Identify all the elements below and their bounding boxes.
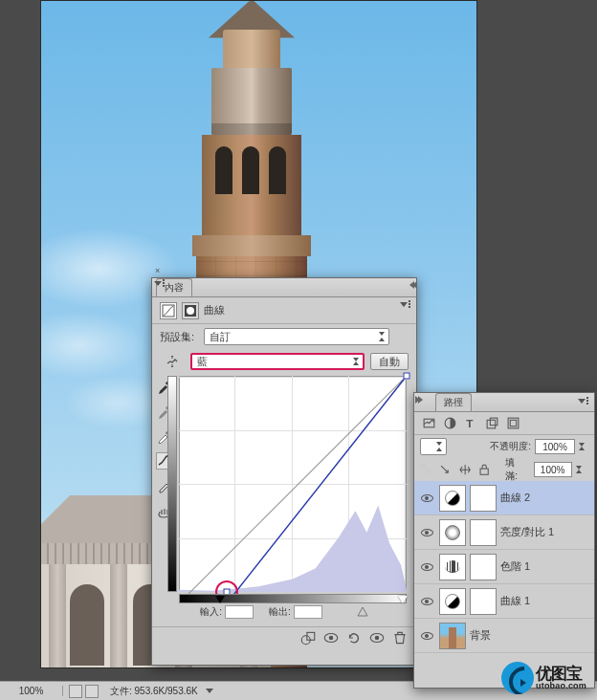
layer-name[interactable]: 色階 1 bbox=[500, 559, 530, 574]
adjustment-title: 曲線 bbox=[204, 303, 225, 317]
svg-rect-22 bbox=[420, 464, 426, 470]
doc-info-menu[interactable] bbox=[206, 689, 213, 693]
layer-name[interactable]: 曲線 1 bbox=[500, 594, 530, 608]
svg-point-12 bbox=[329, 635, 334, 640]
svg-text:T: T bbox=[466, 417, 474, 429]
clip-to-layer-icon[interactable] bbox=[299, 630, 317, 645]
preset-menu-icon[interactable] bbox=[395, 331, 409, 342]
input-gradient bbox=[179, 594, 407, 603]
opacity-label: 不透明度: bbox=[490, 440, 531, 453]
visibility-icon[interactable] bbox=[421, 529, 433, 536]
visibility-icon[interactable] bbox=[421, 494, 433, 502]
white-point-slider[interactable] bbox=[398, 596, 408, 603]
svg-rect-24 bbox=[480, 469, 488, 474]
panel-collapse-icon[interactable] bbox=[418, 396, 423, 404]
black-point-slider[interactable] bbox=[215, 596, 225, 603]
sb-icon-2[interactable] bbox=[85, 685, 99, 698]
visibility-icon[interactable] bbox=[421, 632, 433, 640]
collapse-icon[interactable] bbox=[409, 281, 414, 289]
output-value[interactable] bbox=[294, 605, 322, 619]
layer-row[interactable]: 曲線 2 bbox=[414, 481, 594, 515]
layer-thumb-brightness[interactable] bbox=[439, 519, 466, 546]
filter-pixel-icon[interactable] bbox=[422, 416, 436, 430]
toggle-visibility-icon[interactable] bbox=[368, 630, 386, 645]
lock-position-icon[interactable] bbox=[459, 464, 471, 476]
output-gradient bbox=[167, 376, 177, 592]
layer-thumb-curves[interactable] bbox=[439, 485, 466, 512]
filter-type-icon[interactable]: T bbox=[464, 416, 478, 430]
fill-input[interactable]: 100% bbox=[534, 462, 572, 477]
lock-pixels-icon[interactable] bbox=[439, 464, 451, 476]
svg-rect-19 bbox=[490, 418, 498, 426]
watermark-en: utobao.com bbox=[536, 682, 586, 690]
layer-row[interactable]: 背景 bbox=[414, 619, 594, 653]
curves-graph[interactable] bbox=[179, 376, 407, 592]
properties-panel: × 內容 曲線 預設集: 自訂 藍 自動 bbox=[151, 277, 417, 666]
paths-tab[interactable]: 路徑 bbox=[435, 393, 472, 411]
adjustment-icon[interactable] bbox=[160, 302, 177, 319]
layer-row[interactable]: 亮度/對比 1 bbox=[414, 515, 594, 550]
layer-mask-thumb[interactable] bbox=[470, 519, 497, 546]
fill-label: 填滿: bbox=[505, 456, 526, 483]
svg-rect-23 bbox=[426, 470, 431, 475]
zoom-level[interactable]: 100% bbox=[0, 686, 63, 696]
curve-point-highlight[interactable] bbox=[404, 373, 410, 380]
input-value[interactable] bbox=[225, 605, 254, 619]
lock-transparency-icon[interactable] bbox=[420, 464, 431, 476]
output-label: 輸出: bbox=[269, 605, 291, 619]
layers-menu-icon[interactable] bbox=[576, 396, 591, 407]
layer-thumb-levels[interactable] bbox=[439, 554, 466, 580]
warning-icon bbox=[357, 606, 368, 618]
layer-mask-thumb[interactable] bbox=[470, 485, 497, 512]
opacity-input[interactable]: 100% bbox=[535, 439, 575, 454]
preset-dropdown[interactable]: 自訂 bbox=[204, 328, 389, 345]
input-label: 輸入: bbox=[200, 605, 222, 619]
layer-row[interactable]: 色階 1 bbox=[414, 550, 594, 584]
view-previous-icon[interactable] bbox=[322, 630, 340, 645]
svg-point-2 bbox=[187, 307, 194, 315]
layer-name[interactable]: 背景 bbox=[470, 628, 491, 643]
layer-list: 曲線 2 亮度/對比 1 色階 1 曲線 1 背景 bbox=[414, 481, 594, 653]
layer-mask-thumb[interactable] bbox=[470, 554, 497, 580]
svg-rect-18 bbox=[487, 420, 496, 428]
channel-dropdown[interactable]: 藍 bbox=[190, 353, 365, 370]
layer-thumb-curves[interactable] bbox=[439, 588, 466, 615]
doc-info: 文件: 953.6K/953.6K bbox=[104, 685, 204, 698]
filter-smart-icon[interactable] bbox=[506, 416, 520, 430]
sb-icon-1[interactable] bbox=[69, 685, 82, 698]
blend-mode-dropdown[interactable] bbox=[420, 438, 447, 455]
panel-close-icon[interactable]: × bbox=[155, 266, 165, 275]
watermark-logo-icon bbox=[501, 662, 534, 694]
visibility-icon[interactable] bbox=[421, 563, 433, 571]
svg-point-14 bbox=[375, 635, 380, 640]
mask-icon[interactable] bbox=[182, 302, 199, 319]
auto-button[interactable]: 自動 bbox=[370, 353, 409, 370]
layers-panel: 路徑 T 不透明度: 100% 填滿: 100% 曲線 2 bbox=[413, 392, 595, 689]
layer-mask-thumb[interactable] bbox=[470, 588, 497, 615]
lock-all-icon[interactable] bbox=[478, 464, 490, 476]
layer-thumb-image[interactable] bbox=[439, 623, 466, 649]
filter-adjustment-icon[interactable] bbox=[443, 416, 457, 430]
preset-label: 預設集: bbox=[160, 330, 198, 344]
layer-name[interactable]: 亮度/對比 1 bbox=[500, 525, 554, 539]
watermark-cn: 优图宝 bbox=[536, 666, 586, 682]
finger-tool-icon[interactable] bbox=[160, 353, 185, 370]
delete-adjustment-icon[interactable] bbox=[391, 630, 409, 645]
svg-rect-21 bbox=[510, 420, 516, 426]
panel-menu-icon[interactable] bbox=[398, 299, 413, 311]
layer-row[interactable]: 曲線 1 bbox=[414, 584, 594, 619]
watermark: 优图宝 utobao.com bbox=[501, 660, 595, 696]
layer-name[interactable]: 曲線 2 bbox=[500, 491, 530, 505]
filter-shape-icon[interactable] bbox=[485, 416, 499, 430]
svg-line-8 bbox=[227, 376, 407, 603]
reset-icon[interactable] bbox=[345, 630, 363, 645]
visibility-icon[interactable] bbox=[421, 598, 433, 605]
